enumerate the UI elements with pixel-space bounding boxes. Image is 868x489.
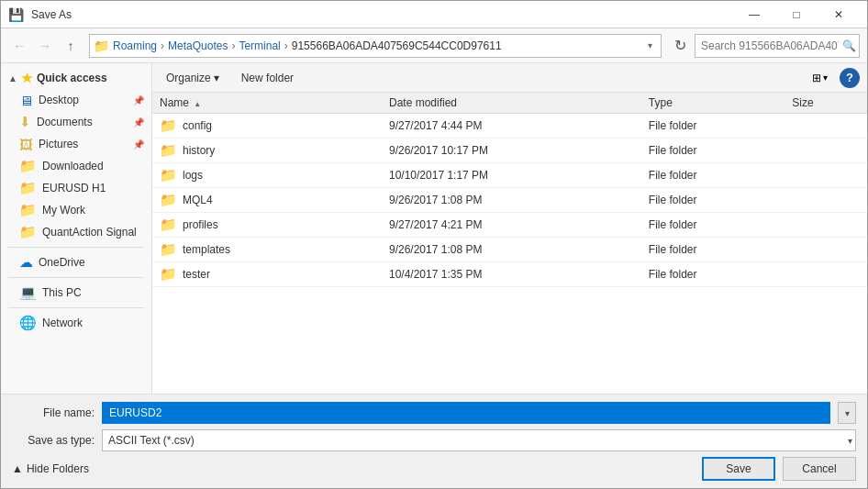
folder-icon-1: 📁 — [160, 142, 177, 159]
address-bar[interactable]: 📁 Roaming › MetaQuotes › Terminal › 9155… — [89, 34, 662, 58]
sidebar-divider-3 — [8, 307, 144, 308]
hide-folders-button[interactable]: ▲ Hide Folders — [12, 462, 89, 475]
file-date-6: 10/4/2017 1:35 PM — [382, 262, 641, 287]
sidebar-item-onedrive[interactable]: ☁ OneDrive — [1, 251, 151, 273]
organize-arrow-icon: ▾ — [214, 72, 219, 84]
new-folder-button[interactable]: New folder — [233, 68, 302, 88]
col-size[interactable]: Size — [785, 93, 867, 114]
table-row[interactable]: 📁 logs 10/10/2017 1:17 PM File folder — [152, 163, 867, 188]
folder-icon-2: 📁 — [160, 167, 177, 183]
bottom-section: File name: ▾ Save as type: ASCII Text (*… — [1, 394, 867, 488]
organize-button[interactable]: Organize ▾ — [160, 68, 226, 88]
table-row[interactable]: 📁 tester 10/4/2017 1:35 PM File folder — [152, 262, 867, 287]
address-dropdown-button[interactable]: ▾ — [642, 39, 657, 53]
file-table: Name ▲ Date modified Type Size — [152, 93, 867, 394]
thispc-icon: 💻 — [19, 284, 37, 301]
file-type-6: File folder — [641, 262, 785, 287]
save-as-dialog: 💾 Save As — □ ✕ ← → ↑ 📁 Roaming › MetaQu… — [0, 0, 868, 489]
file-name-4: profiles — [183, 218, 218, 231]
quick-access-label: Quick access — [37, 72, 107, 84]
maximize-button[interactable]: □ — [775, 1, 818, 28]
file-name-cell-5: 📁 templates — [152, 238, 382, 262]
view-button[interactable]: ⊞ ▾ — [807, 68, 832, 88]
file-date-2: 10/10/2017 1:17 PM — [382, 163, 641, 188]
up-button[interactable]: ↑ — [60, 35, 82, 57]
action-buttons: Save Cancel — [702, 457, 856, 481]
mywork-folder-icon: 📁 — [19, 202, 37, 218]
file-size-3 — [785, 188, 867, 213]
file-date-3: 9/26/2017 1:08 PM — [382, 188, 641, 213]
file-name-3: MQL4 — [183, 194, 213, 206]
help-button[interactable]: ? — [840, 68, 860, 88]
desktop-folder-icon: 🖥 — [19, 93, 33, 108]
back-button[interactable]: ← — [8, 35, 30, 57]
sidebar-item-desktop[interactable]: 🖥 Desktop 📌 — [1, 89, 151, 111]
sidebar-divider-2 — [8, 277, 144, 278]
file-name-cell-0: 📁 config — [152, 114, 382, 139]
sidebar-item-pictures[interactable]: 🖼 Pictures 📌 — [1, 133, 151, 155]
refresh-button[interactable]: ↻ — [669, 35, 691, 57]
col-type[interactable]: Type — [641, 93, 785, 114]
quick-access-arrow: ▲ — [8, 73, 17, 83]
pictures-folder-icon: 🖼 — [19, 137, 33, 152]
organize-label: Organize — [166, 72, 211, 84]
table-row[interactable]: 📁 history 9/26/2017 10:17 PM File folder — [152, 139, 867, 163]
breadcrumb-current: 915566BA06ADA407569C544CC0D97611 — [292, 39, 502, 52]
filename-row: File name: ▾ — [12, 402, 856, 424]
pin-icon-documents: 📌 — [133, 117, 144, 128]
sidebar-item-downloaded-label: Downloaded — [42, 160, 104, 172]
onedrive-icon: ☁ — [19, 254, 33, 271]
sidebar-item-documents-label: Documents — [37, 116, 93, 128]
sidebar-item-eurusd[interactable]: 📁 EURUSD H1 — [1, 177, 151, 199]
eurusd-folder-icon: 📁 — [19, 180, 37, 196]
window-title: Save As — [31, 8, 72, 21]
file-name-cell-4: 📁 profiles — [152, 213, 382, 238]
breadcrumb-metaquotes[interactable]: MetaQuotes — [168, 39, 228, 52]
table-row[interactable]: 📁 config 9/27/2017 4:44 PM File folder — [152, 114, 867, 139]
table-row[interactable]: 📁 templates 9/26/2017 1:08 PM File folde… — [152, 238, 867, 262]
sidebar-item-quantaction[interactable]: 📁 QuantAction Signal — [1, 221, 151, 243]
save-as-type-select[interactable]: ASCII Text (*.csv) CSV (*.csv) Text (*.t… — [102, 429, 856, 451]
col-name[interactable]: Name ▲ — [152, 93, 382, 114]
search-box[interactable]: 🔍 — [695, 34, 860, 58]
file-size-5 — [785, 238, 867, 262]
file-name-2: logs — [183, 169, 203, 182]
forward-button[interactable]: → — [34, 35, 56, 57]
sidebar-item-downloaded[interactable]: 📁 Downloaded — [1, 155, 151, 177]
minimize-button[interactable]: — — [733, 1, 775, 28]
files-table: Name ▲ Date modified Type Size — [152, 93, 867, 287]
file-name-input[interactable] — [102, 402, 830, 424]
folder-icon-5: 📁 — [160, 241, 177, 258]
title-bar-left: 💾 Save As — [8, 7, 72, 22]
file-name-label: File name: — [12, 406, 95, 419]
file-type-1: File folder — [641, 139, 785, 163]
table-row[interactable]: 📁 MQL4 9/26/2017 1:08 PM File folder — [152, 188, 867, 213]
file-list-area: Organize ▾ New folder ⊞ ▾ ? Name — [152, 63, 867, 394]
table-row[interactable]: 📁 profiles 9/27/2017 4:21 PM File folder — [152, 213, 867, 238]
documents-folder-icon: ⬇ — [19, 114, 31, 130]
save-button[interactable]: Save — [702, 457, 775, 481]
breadcrumb-roaming[interactable]: Roaming — [113, 39, 157, 52]
sidebar-divider-1 — [8, 247, 144, 248]
file-type-0: File folder — [641, 114, 785, 139]
col-date[interactable]: Date modified — [382, 93, 641, 114]
save-as-type-wrapper[interactable]: ASCII Text (*.csv) CSV (*.csv) Text (*.t… — [102, 429, 856, 451]
network-icon: 🌐 — [19, 315, 37, 331]
file-date-1: 9/26/2017 10:17 PM — [382, 139, 641, 163]
content-area: ▲ ★ Quick access 🖥 Desktop 📌 ⬇ Documents… — [1, 63, 867, 394]
sidebar-item-onedrive-label: OneDrive — [39, 256, 85, 269]
cancel-button[interactable]: Cancel — [783, 457, 856, 481]
sidebar-item-documents[interactable]: ⬇ Documents 📌 — [1, 111, 151, 133]
sidebar-item-network[interactable]: 🌐 Network — [1, 312, 151, 334]
search-icon: 🔍 — [842, 39, 856, 52]
breadcrumb-terminal[interactable]: Terminal — [239, 39, 280, 52]
title-bar-controls: — □ ✕ — [733, 1, 860, 28]
title-bar: 💾 Save As — □ ✕ — [1, 1, 867, 28]
sidebar-item-mywork[interactable]: 📁 My Work — [1, 199, 151, 221]
close-button[interactable]: ✕ — [818, 1, 860, 28]
search-input[interactable] — [701, 39, 839, 52]
sidebar-item-quantaction-label: QuantAction Signal — [42, 226, 137, 239]
quick-access-header[interactable]: ▲ ★ Quick access — [1, 67, 151, 89]
save-as-type-label: Save as type: — [12, 434, 95, 447]
sidebar-item-thispc[interactable]: 💻 This PC — [1, 282, 151, 304]
